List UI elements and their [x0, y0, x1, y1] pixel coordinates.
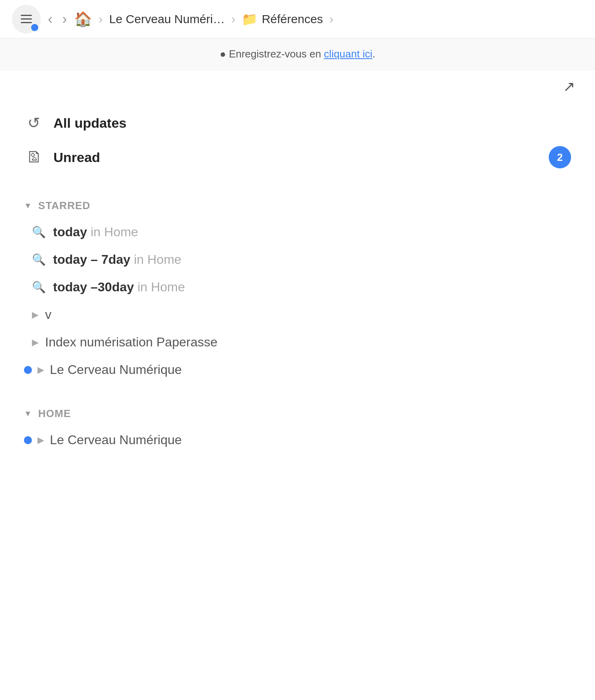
main-content: ↺ All updates 🖻 Unread 2 ▼ STARRED 🔍 tod…: [0, 99, 595, 462]
home-chevron-icon[interactable]: ▼: [24, 409, 32, 418]
breadcrumb-cerveau[interactable]: Le Cerveau Numéri…: [109, 12, 225, 26]
search-icon: 🔍: [32, 281, 46, 294]
breadcrumb-sep-2: ›: [231, 12, 236, 26]
starred-item-label: today – 7day in Home: [53, 252, 181, 267]
tree-item-label: Index numérisation Paperasse: [45, 335, 217, 350]
hamburger-line-2: [21, 18, 32, 20]
breadcrumb-sep-1: ›: [99, 12, 103, 26]
home-title: HOME: [38, 407, 71, 420]
notice-bar: ● Enregistrez-vous en cliquant ici.: [0, 38, 595, 70]
nav-bar: ‹ › 🏠 › Le Cerveau Numéri… › 📁 Référence…: [0, 0, 595, 38]
tree-arrow-icon: ▶: [32, 337, 39, 348]
tree-item-label: Le Cerveau Numérique: [50, 433, 182, 447]
list-item[interactable]: ▶ Index numérisation Paperasse: [20, 328, 575, 356]
tree-item-label: Le Cerveau Numérique: [50, 362, 182, 377]
list-item[interactable]: 🔍 today in Home: [20, 218, 575, 246]
home-header: ▼ HOME: [20, 395, 575, 426]
unread-label: Unread: [53, 150, 539, 165]
forward-button[interactable]: ›: [60, 8, 69, 30]
starred-header: ▼ STARRED: [20, 188, 575, 218]
tree-arrow-icon: ▶: [37, 365, 44, 375]
menu-dot-indicator: [31, 24, 38, 31]
unread-item[interactable]: 🖻 Unread 2: [20, 139, 575, 176]
search-icon: 🔍: [32, 253, 46, 266]
home-section: ▼ HOME ▶ Le Cerveau Numérique: [20, 395, 575, 454]
all-updates-item[interactable]: ↺ All updates: [20, 107, 575, 139]
breadcrumb-sep-3: ›: [329, 12, 334, 26]
starred-item-label: today in Home: [53, 225, 138, 239]
hamburger-line-3: [21, 22, 32, 23]
tree-arrow-icon: ▶: [37, 435, 44, 445]
updates-section: ↺ All updates 🖻 Unread 2: [20, 107, 575, 176]
notice-text: ● Enregistrez-vous en cliquant ici.: [20, 48, 575, 60]
all-updates-label: All updates: [53, 115, 571, 131]
inbox-icon: 🖻: [24, 149, 44, 166]
starred-title: STARRED: [38, 200, 91, 212]
register-link[interactable]: cliquant ici: [324, 48, 372, 60]
home-icon[interactable]: 🏠: [74, 11, 92, 28]
hamburger-line-1: [21, 15, 32, 16]
starred-chevron-icon[interactable]: ▼: [24, 201, 32, 210]
search-icon: 🔍: [32, 225, 46, 239]
tree-arrow-icon: ▶: [32, 310, 39, 320]
starred-item-label: today –30day in Home: [53, 280, 185, 295]
menu-button[interactable]: [12, 5, 41, 34]
list-item[interactable]: ▶ Le Cerveau Numérique: [20, 356, 575, 384]
active-dot-indicator: [24, 366, 32, 374]
list-item[interactable]: ▶ v: [20, 301, 575, 328]
starred-section: ▼ STARRED 🔍 today in Home 🔍 today – 7day…: [20, 188, 575, 384]
tree-item-label: v: [45, 307, 51, 322]
unread-badge: 2: [549, 146, 571, 168]
list-item[interactable]: 🔍 today –30day in Home: [20, 273, 575, 301]
active-dot-indicator: [24, 436, 32, 444]
breadcrumb-references[interactable]: 📁 Références: [242, 12, 323, 27]
external-link-row: ↗: [0, 70, 595, 99]
external-link-icon[interactable]: ↗: [563, 78, 575, 95]
list-item[interactable]: 🔍 today – 7day in Home: [20, 246, 575, 273]
back-button[interactable]: ‹: [45, 8, 55, 30]
list-item[interactable]: ▶ Le Cerveau Numérique: [20, 426, 575, 454]
folder-icon: 📁: [242, 12, 258, 27]
history-icon: ↺: [24, 114, 44, 132]
